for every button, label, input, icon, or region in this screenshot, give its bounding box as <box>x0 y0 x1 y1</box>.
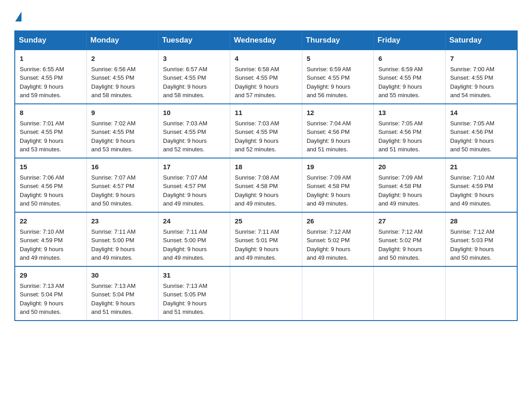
day-info: Sunrise: 7:05 AMSunset: 4:56 PMDaylight:… <box>450 120 494 153</box>
day-info: Sunrise: 7:07 AMSunset: 4:57 PMDaylight:… <box>91 174 136 207</box>
day-info: Sunrise: 7:13 AMSunset: 5:04 PMDaylight:… <box>20 283 64 316</box>
day-cell-23: 23Sunrise: 7:11 AMSunset: 5:00 PMDayligh… <box>86 212 158 266</box>
day-number: 16 <box>91 162 154 172</box>
day-number: 1 <box>20 54 82 64</box>
day-info: Sunrise: 7:04 AMSunset: 4:56 PMDaylight:… <box>307 120 351 153</box>
day-info: Sunrise: 7:13 AMSunset: 5:05 PMDaylight:… <box>163 283 207 316</box>
day-cell-11: 11Sunrise: 7:03 AMSunset: 4:55 PMDayligh… <box>230 104 302 158</box>
day-info: Sunrise: 7:03 AMSunset: 4:55 PMDaylight:… <box>163 120 207 153</box>
empty-cell <box>373 266 445 321</box>
page-header <box>14 11 518 21</box>
day-cell-14: 14Sunrise: 7:05 AMSunset: 4:56 PMDayligh… <box>446 104 517 158</box>
day-number: 2 <box>91 54 154 64</box>
day-header-saturday: Saturday <box>446 31 517 50</box>
day-number: 3 <box>163 54 225 64</box>
day-header-row: SundayMondayTuesdayWednesdayThursdayFrid… <box>15 31 517 50</box>
day-info: Sunrise: 7:00 AMSunset: 4:55 PMDaylight:… <box>450 66 494 99</box>
day-info: Sunrise: 7:02 AMSunset: 4:55 PMDaylight:… <box>91 120 136 153</box>
day-number: 18 <box>235 162 297 172</box>
day-number: 8 <box>20 108 82 118</box>
day-info: Sunrise: 7:12 AMSunset: 5:02 PMDaylight:… <box>378 228 423 261</box>
day-number: 26 <box>307 216 369 226</box>
day-cell-21: 21Sunrise: 7:10 AMSunset: 4:59 PMDayligh… <box>446 158 517 212</box>
day-cell-27: 27Sunrise: 7:12 AMSunset: 5:02 PMDayligh… <box>373 212 445 266</box>
day-cell-25: 25Sunrise: 7:11 AMSunset: 5:01 PMDayligh… <box>230 212 302 266</box>
day-cell-22: 22Sunrise: 7:10 AMSunset: 4:59 PMDayligh… <box>15 212 86 266</box>
day-header-tuesday: Tuesday <box>159 31 230 50</box>
day-number: 14 <box>450 108 512 118</box>
day-number: 7 <box>450 54 512 64</box>
logo <box>14 11 21 21</box>
day-cell-6: 6Sunrise: 6:59 AMSunset: 4:55 PMDaylight… <box>373 50 445 104</box>
day-header-wednesday: Wednesday <box>230 31 302 50</box>
day-cell-28: 28Sunrise: 7:12 AMSunset: 5:03 PMDayligh… <box>446 212 517 266</box>
day-info: Sunrise: 7:01 AMSunset: 4:55 PMDaylight:… <box>20 120 64 153</box>
day-info: Sunrise: 6:55 AMSunset: 4:55 PMDaylight:… <box>20 66 64 99</box>
day-cell-31: 31Sunrise: 7:13 AMSunset: 5:05 PMDayligh… <box>159 266 230 321</box>
day-number: 27 <box>378 216 441 226</box>
day-cell-29: 29Sunrise: 7:13 AMSunset: 5:04 PMDayligh… <box>15 266 86 321</box>
day-number: 23 <box>91 216 154 226</box>
day-info: Sunrise: 7:03 AMSunset: 4:55 PMDaylight:… <box>235 120 279 153</box>
day-header-monday: Monday <box>86 31 158 50</box>
day-cell-9: 9Sunrise: 7:02 AMSunset: 4:55 PMDaylight… <box>86 104 158 158</box>
day-info: Sunrise: 6:56 AMSunset: 4:55 PMDaylight:… <box>91 66 136 99</box>
day-cell-4: 4Sunrise: 6:58 AMSunset: 4:55 PMDaylight… <box>230 50 302 104</box>
day-number: 28 <box>450 216 512 226</box>
day-number: 4 <box>235 54 297 64</box>
day-header-friday: Friday <box>373 31 445 50</box>
day-number: 22 <box>20 216 82 226</box>
day-header-sunday: Sunday <box>15 31 86 50</box>
week-row-4: 29Sunrise: 7:13 AMSunset: 5:04 PMDayligh… <box>15 266 517 321</box>
day-cell-10: 10Sunrise: 7:03 AMSunset: 4:55 PMDayligh… <box>159 104 230 158</box>
day-cell-19: 19Sunrise: 7:09 AMSunset: 4:58 PMDayligh… <box>302 158 373 212</box>
day-number: 15 <box>20 162 82 172</box>
week-row-2: 15Sunrise: 7:06 AMSunset: 4:56 PMDayligh… <box>15 158 517 212</box>
day-info: Sunrise: 7:11 AMSunset: 5:01 PMDaylight:… <box>235 228 279 261</box>
empty-cell <box>230 266 302 321</box>
calendar-header: SundayMondayTuesdayWednesdayThursdayFrid… <box>15 31 517 50</box>
day-info: Sunrise: 7:12 AMSunset: 5:03 PMDaylight:… <box>450 228 494 261</box>
day-cell-26: 26Sunrise: 7:12 AMSunset: 5:02 PMDayligh… <box>302 212 373 266</box>
day-cell-5: 5Sunrise: 6:59 AMSunset: 4:55 PMDaylight… <box>302 50 373 104</box>
day-info: Sunrise: 7:10 AMSunset: 4:59 PMDaylight:… <box>450 174 494 207</box>
day-header-thursday: Thursday <box>302 31 373 50</box>
week-row-3: 22Sunrise: 7:10 AMSunset: 4:59 PMDayligh… <box>15 212 517 266</box>
day-info: Sunrise: 7:12 AMSunset: 5:02 PMDaylight:… <box>307 228 351 261</box>
logo-full <box>14 11 21 21</box>
day-cell-3: 3Sunrise: 6:57 AMSunset: 4:55 PMDaylight… <box>159 50 230 104</box>
day-cell-18: 18Sunrise: 7:08 AMSunset: 4:58 PMDayligh… <box>230 158 302 212</box>
day-info: Sunrise: 7:11 AMSunset: 5:00 PMDaylight:… <box>163 228 207 261</box>
day-number: 13 <box>378 108 441 118</box>
day-cell-8: 8Sunrise: 7:01 AMSunset: 4:55 PMDaylight… <box>15 104 86 158</box>
day-number: 20 <box>378 162 441 172</box>
day-number: 25 <box>235 216 297 226</box>
day-cell-2: 2Sunrise: 6:56 AMSunset: 4:55 PMDaylight… <box>86 50 158 104</box>
day-number: 12 <box>307 108 369 118</box>
day-info: Sunrise: 7:08 AMSunset: 4:58 PMDaylight:… <box>235 174 279 207</box>
empty-cell <box>446 266 517 321</box>
day-cell-12: 12Sunrise: 7:04 AMSunset: 4:56 PMDayligh… <box>302 104 373 158</box>
day-number: 30 <box>91 270 154 280</box>
day-info: Sunrise: 6:59 AMSunset: 4:55 PMDaylight:… <box>307 66 351 99</box>
day-info: Sunrise: 7:06 AMSunset: 4:56 PMDaylight:… <box>20 174 64 207</box>
day-cell-1: 1Sunrise: 6:55 AMSunset: 4:55 PMDaylight… <box>15 50 86 104</box>
day-info: Sunrise: 7:07 AMSunset: 4:57 PMDaylight:… <box>163 174 207 207</box>
day-info: Sunrise: 7:10 AMSunset: 4:59 PMDaylight:… <box>20 228 64 261</box>
day-cell-16: 16Sunrise: 7:07 AMSunset: 4:57 PMDayligh… <box>86 158 158 212</box>
day-number: 5 <box>307 54 369 64</box>
day-number: 19 <box>307 162 369 172</box>
day-info: Sunrise: 6:58 AMSunset: 4:55 PMDaylight:… <box>235 66 279 99</box>
day-info: Sunrise: 7:11 AMSunset: 5:00 PMDaylight:… <box>91 228 136 261</box>
day-number: 11 <box>235 108 297 118</box>
day-cell-24: 24Sunrise: 7:11 AMSunset: 5:00 PMDayligh… <box>159 212 230 266</box>
day-number: 29 <box>20 270 82 280</box>
week-row-1: 8Sunrise: 7:01 AMSunset: 4:55 PMDaylight… <box>15 104 517 158</box>
day-cell-17: 17Sunrise: 7:07 AMSunset: 4:57 PMDayligh… <box>159 158 230 212</box>
day-number: 17 <box>163 162 225 172</box>
logo-triangle-icon <box>15 12 21 21</box>
day-info: Sunrise: 6:59 AMSunset: 4:55 PMDaylight:… <box>378 66 423 99</box>
day-cell-30: 30Sunrise: 7:13 AMSunset: 5:04 PMDayligh… <box>86 266 158 321</box>
day-cell-7: 7Sunrise: 7:00 AMSunset: 4:55 PMDaylight… <box>446 50 517 104</box>
calendar-table: SundayMondayTuesdayWednesdayThursdayFrid… <box>14 30 518 321</box>
